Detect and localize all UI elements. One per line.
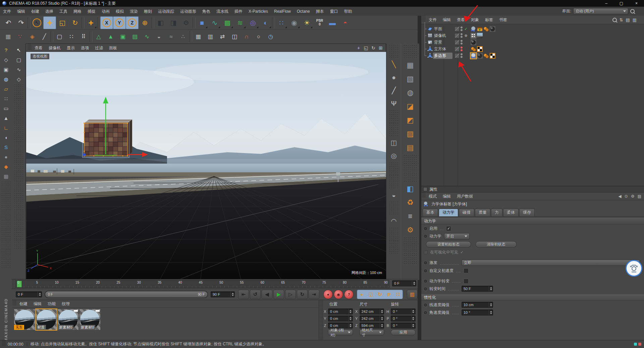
menu-item[interactable]: 模拟 <box>113 9 127 14</box>
tab-force[interactable]: 力 <box>491 209 502 216</box>
pan-view-icon[interactable]: + <box>356 45 362 51</box>
position-x-field[interactable]: 0 cm <box>328 308 353 315</box>
make-editable-icon[interactable]: △ <box>93 31 105 43</box>
palette-button[interactable] <box>14 239 24 249</box>
editor-visibility-dot[interactable] <box>461 47 463 49</box>
viewport-menu-item[interactable]: 摄像机 <box>46 46 64 50</box>
nav-back-icon[interactable]: ◀ <box>619 194 622 199</box>
menu-item[interactable]: 工具 <box>56 9 70 14</box>
camera-object-icon[interactable]: ◉ <box>288 16 301 29</box>
ring-select-icon[interactable]: ○ <box>253 31 265 43</box>
close-button[interactable]: × <box>629 0 644 7</box>
texture-photo-tag[interactable] <box>477 33 483 39</box>
palette-button[interactable] <box>388 45 399 58</box>
table-grid-icon[interactable]: ▥ <box>204 31 216 43</box>
tab-mass[interactable]: 质量 <box>475 209 490 216</box>
polygon-pen-icon[interactable]: ▲ <box>105 31 117 43</box>
material-item[interactable]: 新素材0 <box>58 309 78 330</box>
size-x-field[interactable]: 242 cm <box>360 308 384 315</box>
attr-menu-item[interactable]: 模式 <box>426 194 440 199</box>
render-visibility-dot[interactable] <box>461 29 463 31</box>
autokey-button[interactable]: ◉ <box>334 290 343 299</box>
editor-visibility-dot[interactable] <box>461 26 463 28</box>
mograph-icon[interactable]: ∷ <box>275 16 288 29</box>
palette-button[interactable] <box>403 155 418 168</box>
render-view-icon[interactable]: ◧ <box>154 16 167 29</box>
om-search-icon[interactable] <box>612 18 617 22</box>
goto-end-button[interactable]: ⇥ <box>309 290 319 299</box>
minimize-button[interactable]: – <box>599 0 614 7</box>
record-keyframe-button[interactable]: ● <box>323 290 333 299</box>
menu-item[interactable]: 动画 <box>99 9 113 14</box>
menu-item[interactable]: 角色 <box>199 9 213 14</box>
light-object-icon[interactable]: ☀ <box>301 16 313 29</box>
render-settings-icon[interactable]: ⚙ <box>180 16 193 29</box>
help-icon[interactable]: ? <box>1 45 11 55</box>
material-item[interactable]: 新素材0 <box>79 309 100 330</box>
lock-x-icon[interactable]: X <box>100 16 113 29</box>
collider-tag[interactable] <box>471 46 476 52</box>
viewport-solo-icon[interactable]: ◖ <box>1 133 11 142</box>
render-visibility-dot[interactable] <box>461 56 463 58</box>
coord-mode-dropdown[interactable]: 对象 (相对) <box>328 330 353 335</box>
material-item[interactable]: 无车 <box>14 309 35 330</box>
sculpt-smooth-icon[interactable]: ● <box>388 71 399 84</box>
om-filter-icon[interactable]: ⇅ <box>620 17 623 22</box>
fracture-gear-icon[interactable]: ◩ <box>403 114 418 127</box>
toolbar-button[interactable] <box>50 31 53 43</box>
key-rotation-button[interactable]: ↻ <box>375 290 384 299</box>
toggle-view-icon[interactable]: ⊞ <box>378 45 384 51</box>
menu-item[interactable]: 网格 <box>70 9 85 14</box>
toolbar-button[interactable] <box>97 17 100 28</box>
spline-mode-icon[interactable]: ∟ <box>1 123 11 132</box>
key-pla-button[interactable]: ∷ <box>393 290 402 299</box>
viewport-menu-item[interactable]: 显示 <box>64 46 78 50</box>
search-icon[interactable] <box>630 9 635 13</box>
material-menu-item[interactable]: 纹理 <box>59 301 73 306</box>
cube-grid2-icon[interactable]: ▧ <box>403 72 418 86</box>
anim-dot[interactable] <box>424 303 427 306</box>
lock-z-icon[interactable]: Z <box>126 16 139 29</box>
tab-cache[interactable]: 缓存 <box>519 209 535 216</box>
anim-dot[interactable] <box>424 269 427 272</box>
menu-item[interactable]: 创建 <box>28 9 42 14</box>
rotate-tool-icon[interactable]: ↻ <box>69 16 82 29</box>
trigger-dropdown[interactable]: 立即 <box>462 260 640 266</box>
menu-item[interactable]: 编辑 <box>14 9 28 14</box>
collider-tag[interactable] <box>483 53 489 59</box>
last-tool-icon[interactable]: + <box>85 16 97 29</box>
brush-tool-icon[interactable]: ╱ <box>38 31 50 43</box>
palette-button[interactable] <box>1 239 11 249</box>
palette-button[interactable] <box>1 191 11 200</box>
render-region-icon[interactable]: ◨ <box>167 16 180 29</box>
points-mode-icon[interactable]: ∷ <box>1 94 11 103</box>
menu-item[interactable]: 帮助 <box>341 9 355 14</box>
selection-arrow-icon[interactable]: ↖ <box>14 45 24 55</box>
toolbar-button[interactable] <box>82 17 85 28</box>
position-y-field[interactable]: 0 cm <box>328 316 353 322</box>
timeline-layout-button[interactable]: ▥ <box>407 290 418 299</box>
texture-tag[interactable] <box>490 26 495 32</box>
menu-item[interactable]: 运动图形 <box>177 9 199 14</box>
toolbar-button[interactable] <box>90 31 93 43</box>
palette-button[interactable] <box>1 249 11 259</box>
palette-button[interactable] <box>388 241 399 254</box>
bridge-tool-icon[interactable]: ▣ <box>117 31 129 43</box>
palette-button[interactable] <box>1 259 11 268</box>
anim-dot[interactable] <box>424 287 427 290</box>
om-panel-icon[interactable]: ▤ <box>626 17 630 22</box>
menu-item[interactable]: 选择 <box>42 9 56 14</box>
palette-button[interactable] <box>14 113 24 123</box>
camera-target-icon[interactable]: ⊕ <box>464 33 468 38</box>
snap-icon[interactable]: S <box>1 142 11 152</box>
rect-select-icon[interactable]: ▢ <box>14 55 24 64</box>
om-menu-item[interactable]: 对象 <box>468 17 482 22</box>
loop-button[interactable]: ↻ <box>297 290 308 299</box>
dynamics-body-tag[interactable] <box>471 26 476 32</box>
floor-object-icon[interactable]: ▬ <box>326 16 339 29</box>
drag-handle[interactable] <box>12 300 16 305</box>
start-frame-field[interactable]: 0 F <box>16 291 42 297</box>
array-grid-icon[interactable]: ▦ <box>192 31 204 43</box>
make-editable-mode-icon[interactable]: ◇ <box>1 55 11 64</box>
editor-visibility-dot[interactable] <box>461 40 463 42</box>
